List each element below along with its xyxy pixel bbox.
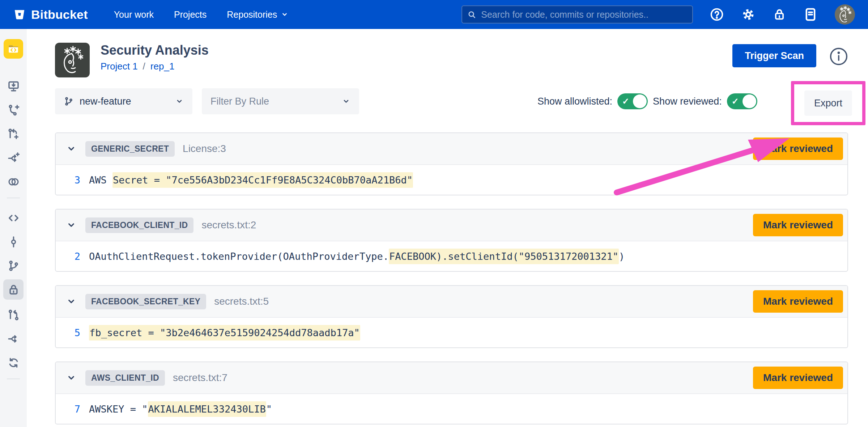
nav-item-repositories[interactable]: Repositories bbox=[227, 9, 289, 20]
code-prefix: OAuthClientRequest.tokenProvider(OAuthPr… bbox=[89, 251, 389, 262]
finding-header: AWS_CLIENT_ID secrets.txt:7 Mark reviewe… bbox=[56, 362, 847, 394]
mark-reviewed-button[interactable]: Mark reviewed bbox=[753, 138, 843, 160]
sidebar-item-create-branch[interactable] bbox=[5, 103, 21, 117]
code-line: OAuthClientRequest.tokenProvider(OAuthPr… bbox=[89, 251, 625, 262]
toggle-knob bbox=[633, 94, 647, 108]
finding-code-row: 5 fb_secret = "3b2e464637e5159024254dd78… bbox=[56, 318, 847, 347]
finding-header: FACEBOOK_SECRET_KEY secrets.txt:5 Mark r… bbox=[56, 286, 847, 318]
sidebar-item-pull-requests[interactable] bbox=[5, 308, 21, 322]
repo-folder-code-icon bbox=[7, 43, 20, 55]
sidebar-item-source[interactable] bbox=[5, 211, 21, 225]
sidebar-item-security[interactable] bbox=[3, 279, 24, 300]
show-allowlisted-toggle[interactable]: ✓ bbox=[617, 93, 648, 109]
admin-lock-icon[interactable] bbox=[773, 8, 786, 21]
avatar-face-art-icon bbox=[835, 5, 854, 24]
sidebar-item-builds[interactable] bbox=[5, 355, 21, 370]
fork-plus-icon bbox=[7, 152, 20, 164]
code-line-number: 3 bbox=[71, 174, 80, 186]
secret-highlight: AKIALALEMEL332430LIB bbox=[148, 401, 266, 417]
mark-reviewed-button[interactable]: Mark reviewed bbox=[753, 214, 843, 236]
finding-code-row: 3 AWS Secret = "7ce556A3bD234Cc1Ff9E8A5C… bbox=[56, 165, 847, 195]
show-reviewed-toggle[interactable]: ✓ bbox=[727, 93, 757, 109]
lock-icon bbox=[7, 283, 20, 296]
collapse-chevron-icon[interactable] bbox=[66, 220, 77, 231]
nav-item-your-work[interactable]: Your work bbox=[114, 9, 154, 20]
code-line: AWS Secret = "7ce556A3bD234Cc1Ff9E8A5C32… bbox=[89, 174, 413, 186]
branch-selector-dropdown[interactable]: new-feature bbox=[55, 88, 192, 114]
show-reviewed-label: Show reviewed: bbox=[653, 96, 722, 107]
finding-location: secrets.txt:7 bbox=[173, 372, 227, 384]
code-prefix: AWSKEY = " bbox=[89, 403, 148, 415]
collapse-chevron-icon[interactable] bbox=[66, 143, 77, 154]
check-icon: ✓ bbox=[732, 97, 739, 106]
breadcrumb-repo-link[interactable]: rep_1 bbox=[150, 61, 175, 72]
sidebar-divider bbox=[7, 379, 20, 379]
branch-selector-value: new-feature bbox=[80, 96, 169, 107]
rule-badge: FACEBOOK_CLIENT_ID bbox=[85, 217, 193, 233]
bitbucket-bucket-icon bbox=[13, 8, 26, 21]
feedback-icon[interactable] bbox=[803, 7, 818, 22]
finding-location: secrets.txt:2 bbox=[201, 219, 256, 231]
branch-icon bbox=[64, 96, 74, 106]
rule-badge: GENERIC_SECRET bbox=[85, 141, 175, 157]
check-icon: ✓ bbox=[622, 97, 629, 106]
brand-name: Bitbucket bbox=[31, 8, 88, 22]
user-avatar[interactable] bbox=[835, 4, 855, 25]
finding-card: AWS_CLIENT_ID secrets.txt:7 Mark reviewe… bbox=[55, 362, 848, 424]
finding-code-row: 7 AWSKEY = "AKIALALEMEL332430LIB" bbox=[56, 394, 847, 424]
clone-icon bbox=[7, 80, 20, 93]
sidebar-item-commits[interactable] bbox=[5, 234, 21, 249]
rule-badge: AWS_CLIENT_ID bbox=[85, 370, 165, 386]
code-icon bbox=[7, 212, 20, 224]
sidebar-item-create-pull-request[interactable] bbox=[5, 127, 21, 141]
sidebar-item-compare[interactable] bbox=[5, 174, 21, 189]
trigger-scan-button[interactable]: Trigger Scan bbox=[732, 44, 816, 67]
pull-request-icon bbox=[7, 309, 20, 321]
finding-header: GENERIC_SECRET License:3 Mark reviewed bbox=[56, 133, 847, 165]
breadcrumb-separator: / bbox=[143, 61, 145, 72]
code-line-number: 2 bbox=[71, 251, 80, 262]
repository-avatar[interactable] bbox=[4, 39, 23, 59]
breadcrumb-project-link[interactable]: Project 1 bbox=[101, 61, 138, 72]
export-button[interactable]: Export bbox=[804, 90, 852, 116]
sidebar-divider bbox=[7, 198, 20, 198]
sidebar-item-branches[interactable] bbox=[5, 258, 21, 273]
code-line: AWSKEY = "AKIALALEMEL332430LIB" bbox=[89, 403, 272, 415]
finding-card: FACEBOOK_CLIENT_ID secrets.txt:2 Mark re… bbox=[55, 209, 848, 272]
global-search[interactable] bbox=[461, 5, 693, 24]
sidebar-item-create-fork[interactable] bbox=[5, 151, 21, 165]
commit-icon bbox=[7, 236, 20, 248]
finding-card: GENERIC_SECRET License:3 Mark reviewed 3… bbox=[55, 132, 848, 195]
bitbucket-logo[interactable]: Bitbucket bbox=[13, 8, 88, 22]
chevron-down-icon bbox=[281, 10, 289, 18]
info-icon[interactable] bbox=[829, 47, 848, 66]
compare-circles-icon bbox=[7, 176, 20, 188]
nav-item-projects[interactable]: Projects bbox=[174, 9, 207, 20]
search-icon bbox=[467, 10, 476, 19]
mark-reviewed-button[interactable]: Mark reviewed bbox=[753, 367, 843, 389]
branch-icon bbox=[7, 259, 20, 272]
sidebar-item-forks[interactable] bbox=[5, 331, 21, 346]
show-allowlisted-label: Show allowlisted: bbox=[537, 96, 612, 107]
rule-badge: FACEBOOK_SECRET_KEY bbox=[85, 294, 206, 309]
nav-right-group bbox=[461, 4, 855, 25]
gear-icon[interactable] bbox=[741, 7, 756, 22]
collapse-chevron-icon[interactable] bbox=[66, 296, 77, 307]
secret-highlight: Secret = "7ce556A3bD234Cc1Ff9E8A5C324C0b… bbox=[112, 172, 413, 188]
rule-filter-dropdown[interactable]: Filter By Rule bbox=[202, 88, 359, 114]
collapse-chevron-icon[interactable] bbox=[66, 372, 77, 383]
top-navigation: Bitbucket Your work Projects Repositorie… bbox=[0, 0, 868, 29]
branch-plus-icon bbox=[7, 104, 20, 117]
code-line-number: 7 bbox=[71, 403, 80, 415]
main-content: Security Analysis Project 1 / rep_1 Trig… bbox=[27, 29, 868, 427]
help-icon[interactable] bbox=[710, 7, 724, 22]
code-line: fb_secret = "3b2e464637e5159024254dd78aa… bbox=[89, 327, 360, 338]
sidebar-item-clone[interactable] bbox=[5, 79, 21, 93]
finding-header: FACEBOOK_CLIENT_ID secrets.txt:2 Mark re… bbox=[56, 210, 847, 241]
finding-code-row: 2 OAuthClientRequest.tokenProvider(OAuth… bbox=[56, 241, 847, 271]
pull-request-plus-icon bbox=[7, 128, 20, 140]
mark-reviewed-button[interactable]: Mark reviewed bbox=[753, 290, 843, 313]
search-input[interactable] bbox=[480, 9, 687, 20]
rule-filter-placeholder: Filter By Rule bbox=[210, 96, 336, 107]
page-header: Security Analysis Project 1 / rep_1 Trig… bbox=[55, 43, 848, 77]
